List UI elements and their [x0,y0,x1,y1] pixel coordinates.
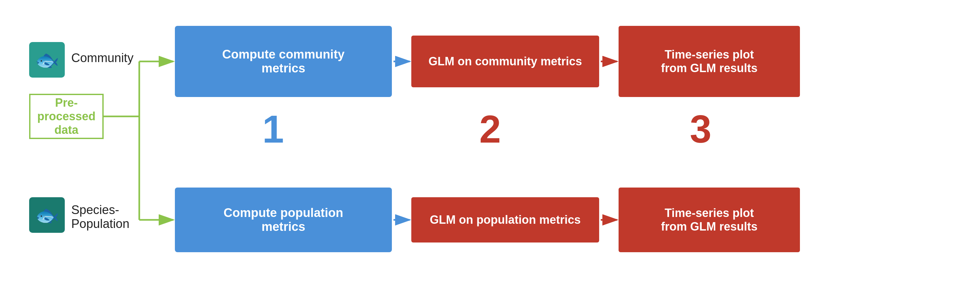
glm-population-box: GLM on population metrics [411,197,599,242]
timeseries-community-box: Time-series plot from GLM results [619,26,800,97]
compute-population-box: Compute population metrics [175,188,392,252]
timeseries-population-label: Time-series plot from GLM results [661,206,757,234]
step1: 1 [262,107,284,151]
glm-community-box: GLM on community metrics [411,36,599,87]
population-label: Species- Population [71,203,130,231]
compute-community-label: Compute community metrics [222,47,345,75]
timeseries-population-box: Time-series plot from GLM results [619,188,800,252]
compute-community-box: Compute community metrics [175,26,392,97]
population-icon: 🐟 [29,197,65,233]
preproc-box: Pre-processed data [29,94,103,139]
timeseries-community-label: Time-series plot from GLM results [661,48,757,75]
preproc-label: Pre-processed data [34,96,99,137]
community-label: Community [71,51,134,65]
community-icon: 🐟 [29,42,65,77]
step2: 2 [479,107,501,151]
glm-population-label: GLM on population metrics [430,213,581,227]
step3: 3 [690,107,711,151]
glm-community-label: GLM on community metrics [428,55,582,68]
compute-population-label: Compute population metrics [223,206,343,234]
